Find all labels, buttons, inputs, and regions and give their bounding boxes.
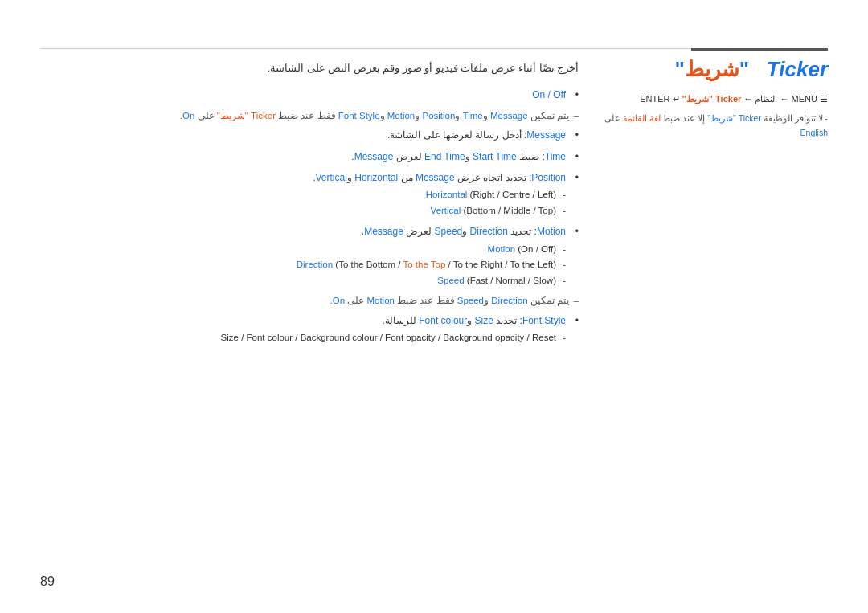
list-item-motion: Motion: تحديد Direction وSpeed لعرض Mess…	[40, 223, 579, 288]
note2-direction: Direction	[491, 296, 527, 305]
font-sub-list: Size / Font colour / Background colour /…	[40, 330, 566, 346]
lang-label: لغة القائمة	[623, 113, 661, 123]
list-item-message: Message: أدخل رسالة لعرضها على الشاشة.	[40, 127, 579, 143]
note-line-2: يتم تمكين Direction وSpeed فقط عند ضبط M…	[40, 293, 579, 309]
note1-position: Position	[422, 111, 455, 121]
note2-speed: Speed	[457, 296, 484, 305]
note1-on: On	[182, 111, 194, 121]
horizontal-label: Horizontal	[354, 172, 398, 183]
vertical-sub: Vertical	[431, 206, 461, 215]
enter-label: ↵ ENTER	[640, 94, 679, 104]
list-item-on-off: On / Off	[40, 87, 579, 103]
time-label: Time	[545, 151, 566, 162]
page-title: Ticker "شريط"	[603, 56, 828, 84]
arrow1: ←	[777, 94, 788, 104]
message-label: Message	[526, 129, 566, 141]
list-item-font-style: Font Style: تحديد Size وFont colour للرس…	[40, 313, 579, 346]
to-the-top: To the Top	[403, 260, 445, 269]
ticker-note-label: Ticker "شريط"	[707, 113, 761, 123]
motion-sub: Motion	[488, 244, 516, 254]
font-colour-label: Font colour	[419, 315, 467, 326]
speed-label: Speed	[435, 226, 463, 237]
position-sub-list: Horizontal (Right / Centre / Left) Verti…	[40, 187, 566, 219]
title-en: Ticker	[767, 57, 828, 81]
system-label: النظام	[755, 94, 777, 104]
note1-message: Message	[490, 111, 528, 121]
motion-label: Motion	[537, 226, 566, 237]
sub-font-options: Size / Font colour / Background colour /…	[40, 330, 566, 346]
sub-speed: Speed (Fast / Normal / Slow)	[40, 273, 566, 289]
right-top-rule	[691, 48, 828, 51]
menu-label: MENU	[792, 94, 817, 104]
bullet-list: On / Off يتم تمكين Message وTime وPositi…	[40, 87, 579, 346]
title-ar: شريط	[685, 57, 739, 81]
breadcrumb-note: - لا تتوافر الوظيفة Ticker "شريط" إلا عن…	[603, 111, 828, 141]
size-label: Size	[475, 315, 493, 326]
position-label: Position	[531, 172, 566, 183]
end-time: End Time	[424, 151, 465, 162]
ticker-breadcrumb: Ticker "شريط"	[682, 94, 742, 104]
page-container: Ticker "شريط" ☰ MENU ← النظام ← Ticker "…	[0, 0, 868, 613]
menu-icon: ☰	[820, 94, 828, 104]
list-item-position: Position: تحديد اتجاه عرض Message من Hor…	[40, 170, 579, 219]
note1-time: Time	[463, 111, 483, 121]
horizontal-sub: Horizontal	[426, 190, 468, 199]
note1-motion: Motion	[387, 111, 416, 121]
pos-message: Message	[416, 172, 455, 183]
page-number: 89	[40, 574, 55, 589]
note1-fontstyle: Font Style	[338, 111, 380, 121]
right-column: Ticker "شريط" ☰ MENU ← النظام ← Ticker "…	[603, 56, 828, 141]
on-off-label: On / Off	[532, 89, 566, 100]
time-message: Message	[354, 151, 394, 162]
sub-vertical: Vertical (Bottom / Middle / Top)	[40, 203, 566, 219]
direction-sub: Direction	[297, 260, 333, 269]
motion-sub-list: Motion (On / Off) Direction (To the Bott…	[40, 242, 566, 289]
intro-text: أخرج نصًا أثناء عرض ملفات فيديو أو صور و…	[40, 60, 579, 77]
note2-on: On	[333, 296, 345, 305]
direction-label: Direction	[470, 226, 508, 237]
font-style-label: Font Style	[522, 315, 566, 326]
note1-ticker: Ticker "شريط"	[217, 111, 276, 121]
menu-breadcrumb: ☰ MENU ← النظام ← Ticker "شريط" ↵ ENTER …	[603, 92, 828, 141]
motion-message: Message	[364, 226, 403, 237]
sub-horizontal: Horizontal (Right / Centre / Left)	[40, 187, 566, 203]
sub-direction: Direction (To the Bottom / To the Top / …	[40, 257, 566, 273]
list-item-time: Time: ضبط Start Time وEnd Time لعرض Mess…	[40, 149, 579, 165]
vertical-label: Vertical	[316, 172, 347, 183]
arrow2: ←	[741, 94, 752, 104]
lang-value: English	[800, 128, 828, 137]
sub-motion-onoff: Motion (On / Off)	[40, 242, 566, 258]
speed-sub: Speed	[437, 276, 464, 285]
start-time: Start Time	[473, 151, 517, 162]
note-line-1: يتم تمكين Message وTime وPosition وMotio…	[40, 108, 579, 125]
main-content: أخرج نصًا أثناء عرض ملفات فيديو أو صور و…	[40, 60, 579, 351]
note2-motion: Motion	[366, 296, 395, 305]
